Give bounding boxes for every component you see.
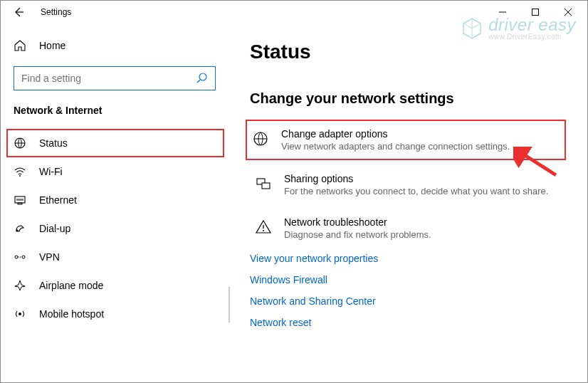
- sidebar-item-airplane[interactable]: Airplane mode: [1, 271, 229, 300]
- option-label: Network troubleshooter: [284, 216, 431, 228]
- sidebar-item-label: Ethernet: [39, 194, 77, 206]
- option-sharing[interactable]: Sharing options For the networks you con…: [250, 166, 566, 204]
- sidebar-item-wifi[interactable]: Wi-Fi: [1, 157, 229, 186]
- warning-icon: [254, 218, 273, 236]
- sidebar-item-ethernet[interactable]: Ethernet: [1, 186, 229, 214]
- airplane-icon: [14, 279, 26, 292]
- svg-point-17: [22, 256, 25, 258]
- sidebar-item-dialup[interactable]: Dial-up: [1, 214, 229, 243]
- svg-rect-1: [532, 9, 539, 16]
- option-desc: View network adapters and change connect…: [281, 141, 510, 152]
- titlebar: Settings: [1, 1, 587, 23]
- hotspot-icon: [14, 308, 26, 320]
- search-input[interactable]: [21, 73, 196, 84]
- close-button[interactable]: [552, 1, 584, 23]
- svg-point-16: [15, 256, 18, 258]
- dialup-icon: [14, 222, 26, 235]
- link-windows-firewall[interactable]: Windows Firewall: [250, 274, 566, 285]
- group-header: Network & Internet: [1, 105, 229, 129]
- page-title: Status: [250, 41, 566, 63]
- svg-line-5: [197, 80, 200, 83]
- sharing-icon: [254, 174, 273, 193]
- vpn-icon: [14, 251, 26, 263]
- sidebar-item-hotspot[interactable]: Mobile hotspot: [1, 300, 229, 328]
- status-icon: [14, 137, 26, 149]
- svg-rect-9: [18, 203, 22, 204]
- section-title: Change your network settings: [250, 90, 566, 107]
- sidebar-item-label: Airplane mode: [39, 280, 103, 291]
- sidebar-item-vpn[interactable]: VPN: [1, 243, 229, 271]
- svg-point-7: [19, 175, 21, 177]
- option-change-adapter[interactable]: Change adapter options View network adap…: [246, 120, 566, 160]
- maximize-button[interactable]: [519, 1, 552, 23]
- back-button[interactable]: [11, 4, 26, 20]
- option-desc: For the networks you connect to, decide …: [284, 186, 548, 196]
- search-box[interactable]: [14, 66, 216, 90]
- sidebar-item-label: Wi-Fi: [39, 166, 63, 177]
- home-label: Home: [39, 40, 65, 51]
- svg-point-19: [19, 313, 21, 315]
- option-label: Sharing options: [284, 173, 548, 184]
- option-desc: Diagnose and fix network problems.: [284, 229, 431, 240]
- sidebar-item-label: Status: [39, 137, 68, 149]
- sidebar: Home Network & Internet Status Wi-Fi: [1, 23, 229, 382]
- svg-rect-22: [262, 183, 270, 189]
- sidebar-item-label: Dial-up: [39, 223, 70, 234]
- sidebar-item-label: Mobile hotspot: [39, 308, 104, 320]
- link-network-reset[interactable]: Network reset: [250, 317, 566, 328]
- option-troubleshooter[interactable]: Network troubleshooter Diagnose and fix …: [250, 209, 566, 247]
- sidebar-item-status[interactable]: Status: [6, 129, 224, 157]
- link-view-properties[interactable]: View your network properties: [250, 253, 566, 264]
- option-label: Change adapter options: [281, 128, 510, 140]
- svg-point-24: [263, 230, 264, 231]
- home-nav[interactable]: Home: [1, 33, 229, 58]
- sidebar-item-label: VPN: [39, 251, 60, 263]
- minimize-button[interactable]: [486, 1, 519, 23]
- svg-point-4: [199, 73, 206, 80]
- ethernet-icon: [14, 194, 26, 206]
- wifi-icon: [14, 165, 26, 178]
- link-network-sharing-center[interactable]: Network and Sharing Center: [250, 295, 566, 307]
- search-icon: [196, 72, 208, 85]
- adapter-icon: [251, 130, 270, 148]
- home-icon: [14, 39, 26, 52]
- scroll-indicator[interactable]: [229, 287, 230, 322]
- window-title: Settings: [41, 7, 71, 17]
- main-content: Status Change your network settings Chan…: [229, 23, 587, 382]
